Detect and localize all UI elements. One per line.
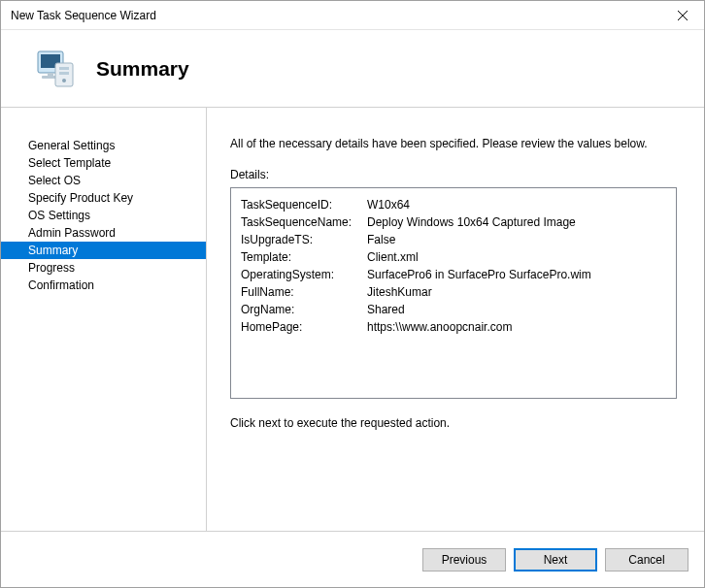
computer-icon [30, 46, 77, 92]
sidebar: General SettingsSelect TemplateSelect OS… [1, 108, 207, 531]
next-button[interactable]: Next [514, 548, 597, 572]
sidebar-item-summary[interactable]: Summary [1, 242, 206, 259]
footer-instruction: Click next to execute the requested acti… [230, 416, 677, 430]
detail-value: https:\\www.anoopcnair.com [367, 318, 666, 336]
cancel-button[interactable]: Cancel [605, 548, 688, 572]
sidebar-item-specify-product-key[interactable]: Specify Product Key [1, 189, 206, 207]
detail-row: IsUpgradeTS:False [241, 231, 666, 248]
detail-row: TaskSequenceName:Deploy Windows 10x64 Ca… [241, 213, 666, 231]
detail-key: OperatingSystem: [241, 266, 367, 283]
sidebar-item-general-settings[interactable]: General Settings [1, 137, 206, 154]
sidebar-item-select-template[interactable]: Select Template [1, 154, 206, 172]
detail-row: Template:Client.xml [241, 248, 666, 266]
details-label: Details: [230, 168, 677, 181]
close-button[interactable] [660, 1, 704, 29]
detail-value: Shared [367, 301, 666, 318]
detail-value: Deploy Windows 10x64 Captured Image [367, 213, 666, 231]
wizard-window: New Task Sequence Wizard Summary General [0, 0, 705, 588]
titlebar: New Task Sequence Wizard [1, 1, 704, 30]
detail-key: TaskSequenceName: [241, 213, 367, 231]
close-icon [678, 11, 688, 20]
content: All of the necessary details have been s… [207, 108, 704, 531]
detail-row: FullName:JiteshKumar [241, 283, 666, 301]
detail-row: HomePage:https:\\www.anoopcnair.com [241, 318, 666, 336]
detail-row: OperatingSystem:SurfacePro6 in SurfacePr… [241, 266, 666, 283]
button-bar: Previous Next Cancel [1, 531, 704, 587]
page-title: Summary [96, 57, 189, 81]
sidebar-item-select-os[interactable]: Select OS [1, 172, 206, 189]
header: Summary [1, 30, 704, 108]
svg-rect-8 [59, 72, 69, 75]
svg-point-9 [62, 79, 66, 82]
details-box: TaskSequenceID:W10x64TaskSequenceName:De… [230, 187, 677, 399]
sidebar-item-progress[interactable]: Progress [1, 259, 206, 277]
detail-key: IsUpgradeTS: [241, 231, 367, 248]
detail-value: False [367, 231, 666, 248]
detail-key: TaskSequenceID: [241, 196, 367, 213]
previous-button[interactable]: Previous [422, 548, 506, 572]
detail-value: Client.xml [367, 248, 666, 266]
detail-key: FullName: [241, 283, 367, 301]
instruction-text: All of the necessary details have been s… [230, 137, 677, 150]
detail-row: OrgName:Shared [241, 301, 666, 318]
sidebar-item-os-settings[interactable]: OS Settings [1, 207, 206, 224]
sidebar-item-confirmation[interactable]: Confirmation [1, 277, 206, 294]
sidebar-item-admin-password[interactable]: Admin Password [1, 224, 206, 242]
body: General SettingsSelect TemplateSelect OS… [1, 108, 704, 531]
detail-value: SurfacePro6 in SurfacePro SurfacePro.wim [367, 266, 666, 283]
detail-row: TaskSequenceID:W10x64 [241, 196, 666, 213]
detail-key: OrgName: [241, 301, 367, 318]
svg-rect-4 [48, 73, 53, 76]
svg-rect-7 [59, 67, 69, 70]
detail-key: HomePage: [241, 318, 367, 336]
detail-value: W10x64 [367, 196, 666, 213]
window-title: New Task Sequence Wizard [11, 9, 156, 22]
detail-key: Template: [241, 248, 367, 266]
detail-value: JiteshKumar [367, 283, 666, 301]
